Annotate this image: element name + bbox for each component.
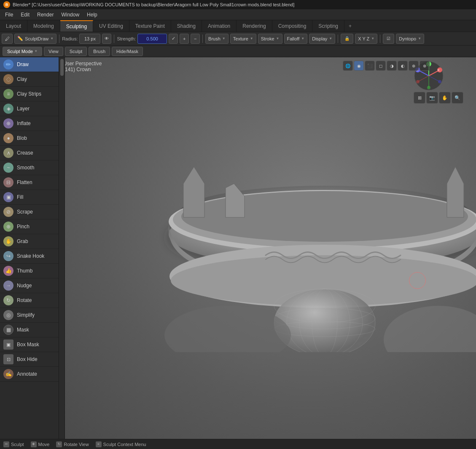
tab-sculpting[interactable]: Sculpting	[60, 20, 93, 32]
strength-icon-btn[interactable]: ✓	[169, 34, 178, 44]
brush-layer[interactable]: ◈ Layer	[0, 102, 59, 116]
brush-mask[interactable]: ▦ Mask	[0, 323, 59, 337]
mode-icon-btn[interactable]: 🖊	[2, 34, 13, 44]
3d-viewport[interactable]: User Perspective (141) Crown X Y Z	[59, 57, 476, 439]
brush-simplify[interactable]: ◎ Simplify	[0, 308, 59, 323]
strength-value-field[interactable]: 0.500	[137, 34, 167, 44]
radius-eye-btn[interactable]: 👁	[102, 34, 111, 44]
brush-clay[interactable]: ◌ Clay	[0, 72, 59, 87]
zoom-view-btn[interactable]: 🔍	[452, 92, 463, 104]
brush-inflate[interactable]: ⊕ Inflate	[0, 116, 59, 131]
radius-value: 13 px	[84, 36, 96, 41]
brush-thumb[interactable]: 👍 Thumb	[0, 264, 59, 278]
context-menu-status-icon: ≡	[96, 441, 102, 447]
box-hide-brush-icon: ⊡	[3, 354, 13, 364]
brush-crease[interactable]: ∧ Crease	[0, 146, 59, 160]
brush-settings-btn[interactable]: Brush▼	[205, 34, 229, 44]
xyz-chevron: ▼	[371, 37, 374, 40]
tab-layout[interactable]: Layout	[0, 20, 27, 32]
brush-blob[interactable]: ● Blob	[0, 131, 59, 146]
status-sculpt: ✏ Sculpt	[3, 441, 24, 447]
sculpt-mode-btn[interactable]: Sculpt Mode ▼	[3, 47, 42, 56]
divider-3	[202, 35, 203, 43]
stroke-settings-btn[interactable]: Stroke▼	[258, 34, 282, 44]
tab-rendering[interactable]: Rendering	[237, 20, 272, 32]
status-context-menu: ≡ Sculpt Context Menu	[96, 441, 146, 447]
menu-help[interactable]: Help	[83, 11, 101, 19]
divider-1	[59, 35, 59, 43]
mask-brush-icon: ▦	[3, 325, 13, 335]
hidemask-btn[interactable]: Hide/Mask	[112, 47, 143, 56]
draw-brush-icon: ✏	[3, 59, 13, 69]
status-rotate: ↻ Rotate View	[56, 441, 89, 447]
viewport-mode-btn-3[interactable]: ⬛	[365, 61, 375, 71]
sculpt-btn[interactable]: Sculpt	[65, 47, 87, 56]
brush-selector[interactable]: ✏️ SculptDraw ▼	[14, 34, 56, 44]
tab-compositing[interactable]: Compositing	[272, 20, 313, 32]
svg-text:X: X	[437, 68, 440, 72]
brush-scrape[interactable]: ⊘ Scrape	[0, 205, 59, 219]
brush-btn[interactable]: Brush	[89, 47, 110, 56]
xyz-selector[interactable]: X Y Z▼	[355, 34, 377, 44]
tab-animation[interactable]: Animation	[202, 20, 237, 32]
brush-rotate[interactable]: ↻ Rotate	[0, 293, 59, 308]
brush-annotate[interactable]: ✍ Annotate	[0, 367, 59, 382]
brush-fill[interactable]: ▣ Fill	[0, 190, 59, 205]
pinch-brush-icon: ⊕	[3, 222, 13, 232]
divider-2	[114, 35, 114, 43]
texture-settings-btn[interactable]: Texture▼	[230, 34, 256, 44]
sculpt-mode-icon: 🖊	[5, 36, 10, 41]
layer-brush-icon: ◈	[3, 104, 13, 114]
brush-box-mask[interactable]: ▣ Box Mask	[0, 337, 59, 352]
camera-view-btn[interactable]: 📷	[426, 92, 438, 104]
thumb-brush-icon: 👍	[3, 266, 13, 276]
strength-minus-btn[interactable]: −	[191, 34, 200, 44]
falloff-settings-btn[interactable]: Falloff▼	[284, 34, 308, 44]
tab-shading[interactable]: Shading	[171, 20, 202, 32]
svg-point-30	[427, 86, 430, 89]
viewport-mode-btn-4[interactable]: ◻	[376, 61, 386, 71]
brush-draw[interactable]: ✏ Draw	[0, 57, 59, 72]
grid-view-btn[interactable]: ⊞	[414, 92, 425, 104]
display-settings-btn[interactable]: Display▼	[309, 34, 335, 44]
add-workspace-button[interactable]: +	[344, 20, 356, 32]
strength-plus-btn[interactable]: +	[180, 34, 189, 44]
tab-modeling[interactable]: Modeling	[27, 20, 60, 32]
radius-value-btn[interactable]: 13 px	[79, 34, 100, 44]
viewport-left-strip	[59, 57, 65, 439]
viewport-mode-btn-8[interactable]: ⊗	[420, 61, 430, 71]
tab-scripting[interactable]: Scripting	[312, 20, 344, 32]
brush-chevron: ▼	[222, 37, 226, 40]
viewport-mode-btn-2[interactable]: ◉	[354, 61, 364, 71]
menu-render[interactable]: Render	[34, 11, 57, 19]
brush-pinch[interactable]: ⊕ Pinch	[0, 219, 59, 234]
toolbar-row: 🖊 ✏️ SculptDraw ▼ Radius: 13 px 👁 Streng…	[0, 32, 476, 45]
tab-texture-paint[interactable]: Texture Paint	[129, 20, 171, 32]
brush-box-hide[interactable]: ⊡ Box Hide	[0, 352, 59, 367]
tab-uv-editing[interactable]: UV Editing	[93, 20, 129, 32]
brush-nudge[interactable]: → Nudge	[0, 278, 59, 293]
viewport-mode-btn-6[interactable]: ◐	[398, 61, 408, 71]
brush-grab[interactable]: ✋ Grab	[0, 234, 59, 249]
menu-edit[interactable]: Edit	[17, 11, 33, 19]
viewport-mode-btn-5[interactable]: ◑	[387, 61, 397, 71]
clay-strips-brush-icon: ≡	[3, 89, 13, 99]
viewport-mode-btn-7[interactable]: ⊕	[409, 61, 419, 71]
nudge-brush-icon: →	[3, 281, 13, 291]
menu-window[interactable]: Window	[58, 11, 83, 19]
brush-smooth[interactable]: ~ Smooth	[0, 160, 59, 175]
divider-5	[380, 35, 380, 43]
pan-view-btn[interactable]: ✋	[439, 92, 451, 104]
view-btn[interactable]: View	[44, 47, 63, 56]
brush-snake-hook[interactable]: ↪ Snake Hook	[0, 249, 59, 264]
viewport-scroll-handle[interactable]	[60, 59, 64, 76]
brush-flatten[interactable]: ⊟ Flatten	[0, 175, 59, 190]
dyntopo-selector[interactable]: Dyntopo▼	[396, 34, 424, 44]
brush-clay-strips[interactable]: ≡ Clay Strips	[0, 87, 59, 102]
viewport-mode-btn-1[interactable]: 🌐	[343, 61, 353, 71]
dyntopo-checkbox[interactable]: ☑	[383, 34, 394, 44]
radius-label: Radius:	[62, 36, 78, 41]
brush-tools-sidebar: ✏ Draw ◌ Clay ≡ Clay Strips ◈ Layer ⊕ In…	[0, 57, 59, 439]
menu-file[interactable]: File	[2, 11, 16, 19]
xyz-lock-btn[interactable]: 🔒	[341, 34, 353, 44]
